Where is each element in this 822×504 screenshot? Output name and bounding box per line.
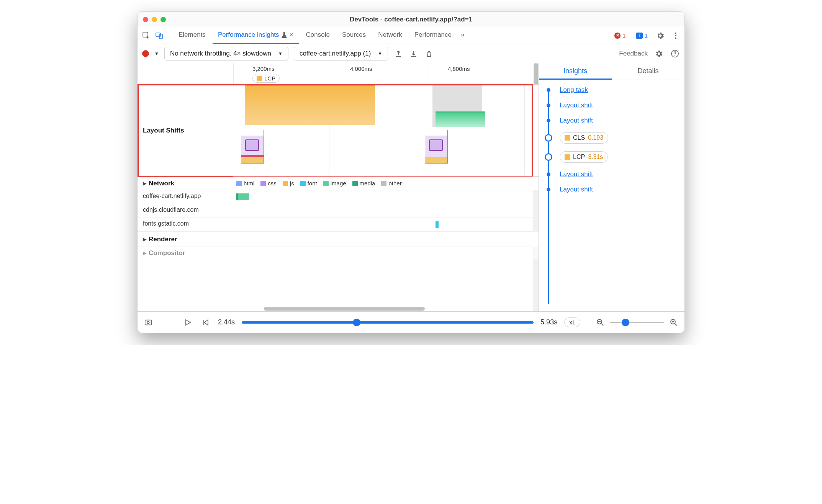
feedback-link[interactable]: Feedback [619, 50, 648, 57]
compositor-section-header[interactable]: ▶Compositor [138, 247, 539, 259]
screenshot-toggle-icon[interactable] [143, 317, 154, 328]
tab-sources[interactable]: Sources [337, 27, 371, 44]
network-bar[interactable] [236, 193, 249, 200]
message-count-badge[interactable]: i1 [633, 31, 651, 39]
tab-more[interactable]: » [458, 27, 467, 44]
screenshot-thumb-2[interactable] [425, 130, 448, 164]
insight-item-layout-shift[interactable]: Layout shift [543, 98, 684, 113]
horizontal-scrollbar[interactable] [264, 307, 425, 311]
zoom-in-icon[interactable] [668, 317, 679, 328]
lcp-marker-badge[interactable]: LCP [252, 74, 280, 83]
import-icon[interactable] [409, 49, 419, 59]
tab-details[interactable]: Details [612, 63, 684, 80]
tab-label: Sources [342, 31, 366, 39]
close-window-button[interactable] [143, 17, 148, 22]
panel-settings-icon[interactable] [654, 49, 664, 59]
insight-item-long-task[interactable]: Long task [543, 82, 684, 98]
error-count-badge[interactable]: ✕1 [611, 31, 629, 39]
insight-item-lcp[interactable]: LCP 3.31s [543, 147, 684, 167]
zoom-slider[interactable] [610, 322, 664, 323]
tab-performance[interactable]: Performance [409, 27, 457, 44]
tab-network[interactable]: Network [373, 27, 407, 44]
layout-shifts-track[interactable] [233, 85, 539, 176]
layout-shifts-row: Layout Shifts [138, 85, 539, 177]
playback-slider[interactable] [242, 321, 534, 324]
time-tick: 3,200ms [252, 65, 275, 72]
time-tick: 4,000ms [350, 65, 372, 72]
record-button[interactable] [142, 50, 149, 57]
time-end: 5.93s [540, 318, 557, 326]
insight-link[interactable]: Long task [560, 86, 588, 94]
settings-icon[interactable] [655, 30, 666, 41]
zoom-out-icon[interactable] [595, 317, 606, 328]
host-track[interactable] [233, 190, 539, 204]
tab-elements[interactable]: Elements [173, 27, 211, 44]
tab-label: » [461, 31, 464, 39]
zoom-controls [595, 317, 679, 328]
kebab-menu-icon[interactable] [670, 30, 681, 41]
divider [169, 31, 169, 41]
network-host-row-2: fonts.gstatic.com [138, 218, 539, 232]
insight-link[interactable]: Layout shift [560, 101, 593, 109]
delete-icon[interactable] [424, 49, 434, 59]
tab-insights[interactable]: Insights [539, 63, 612, 80]
svg-rect-8 [145, 320, 152, 325]
play-button[interactable] [183, 317, 193, 328]
layout-shift-bar-1[interactable] [245, 85, 375, 125]
host-track[interactable] [233, 218, 539, 231]
legend-media: media [360, 180, 375, 187]
network-section-header[interactable]: ▶Network html css js font image media ot… [138, 177, 539, 190]
record-options-dropdown[interactable]: ▼ [154, 51, 159, 56]
network-host-row-1: cdnjs.cloudflare.com [138, 204, 539, 218]
chevron-down-icon: ▼ [278, 51, 283, 56]
network-host-row-0: coffee-cart.netlify.app [138, 190, 539, 204]
maximize-window-button[interactable] [160, 17, 166, 22]
lcp-color-swatch [257, 76, 262, 81]
cls-pill: CLS 0.193 [560, 132, 608, 144]
inspect-element-icon[interactable] [141, 30, 152, 41]
tab-console[interactable]: Console [301, 27, 335, 44]
insight-link[interactable]: Layout shift [560, 170, 593, 178]
rewind-button[interactable] [200, 317, 211, 328]
tab-label: Console [306, 31, 330, 39]
metric-name: LCP [573, 154, 585, 160]
throttling-select[interactable]: No network throttling, 4× slowdown ▼ [164, 47, 288, 61]
timeline-panel: 3,200ms 4,000ms 4,800ms LCP Layout Shift… [138, 63, 539, 311]
traffic-lights [143, 17, 166, 22]
tab-performance-insights[interactable]: Performance insights ✕ [213, 27, 299, 44]
insight-link[interactable]: Layout shift [560, 186, 593, 193]
insight-link[interactable]: Layout shift [560, 117, 593, 124]
recording-select[interactable]: coffee-cart.netlify.app (1) ▼ [294, 47, 388, 61]
playback-footer: 2.44s 5.93s x1 [138, 311, 684, 333]
speed-badge[interactable]: x1 [564, 317, 580, 327]
close-tab-icon[interactable]: ✕ [289, 32, 294, 38]
renderer-section-header[interactable]: ▶Renderer [138, 232, 539, 247]
insights-tabs: Insights Details [539, 63, 684, 80]
insight-item-layout-shift[interactable]: Layout shift [543, 167, 684, 182]
compositor-label: ▶Compositor [138, 247, 233, 259]
svg-point-3 [675, 32, 676, 34]
legend-js: js [290, 180, 294, 187]
export-icon[interactable] [393, 49, 403, 59]
network-bar[interactable] [436, 221, 439, 228]
chevron-down-icon: ▼ [378, 51, 382, 56]
screenshot-thumb-1[interactable] [241, 130, 264, 164]
recording-value: coffee-cart.netlify.app (1) [300, 50, 371, 57]
network-legend: html css js font image media other [233, 177, 539, 190]
insight-item-layout-shift[interactable]: Layout shift [543, 182, 684, 197]
minimize-window-button[interactable] [152, 17, 157, 22]
svg-rect-1 [156, 33, 160, 36]
help-icon[interactable] [670, 49, 680, 59]
device-toolbar-icon[interactable] [154, 30, 165, 41]
insight-item-layout-shift[interactable]: Layout shift [543, 113, 684, 128]
window-title: DevTools - coffee-cart.netlify.app/?ad=1 [138, 16, 684, 23]
devtools-window: DevTools - coffee-cart.netlify.app/?ad=1… [137, 11, 685, 333]
flask-icon [282, 32, 287, 38]
insight-item-cls[interactable]: CLS 0.193 [543, 128, 684, 147]
lcp-color-swatch [565, 154, 570, 160]
host-track[interactable] [233, 204, 539, 218]
tab-label: Performance insights [218, 31, 279, 39]
legend-css: css [268, 180, 277, 187]
layout-shift-bar-2[interactable] [436, 111, 485, 127]
caret-right-icon: ▶ [143, 250, 146, 256]
